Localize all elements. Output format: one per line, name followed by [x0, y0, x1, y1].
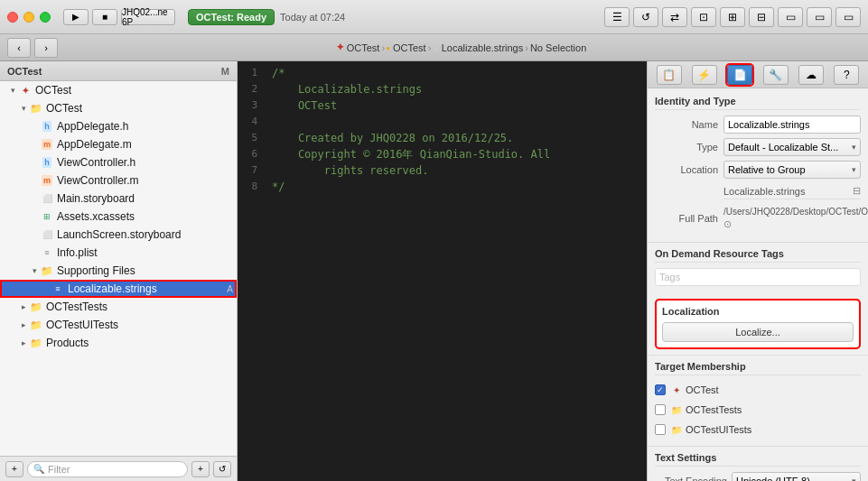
- scheme-selector[interactable]: JHQ02...ne 6P: [121, 9, 175, 25]
- close-button[interactable]: [7, 12, 18, 23]
- sidebar-item-localizable-strings[interactable]: ≡ Localizable.strings A: [0, 280, 237, 298]
- code-content[interactable]: /* Localizable.strings OCTest Created by…: [265, 61, 647, 481]
- panel-toggle-1[interactable]: ▭: [778, 7, 803, 27]
- target-checkbox-octest[interactable]: ✓: [655, 384, 666, 395]
- inspector-tab-2[interactable]: ⚡: [692, 65, 717, 85]
- breadcrumb-item-2[interactable]: ▪ OCTest: [387, 42, 426, 53]
- inspector-tab-help[interactable]: ?: [834, 65, 859, 85]
- localization-title: Localization: [662, 306, 854, 317]
- expand-arrow[interactable]: [29, 265, 40, 276]
- sidebar-item-appdelegate-m[interactable]: m AppDelegate.m: [0, 135, 237, 153]
- m-file-icon: m: [40, 174, 54, 187]
- layout-btn-2[interactable]: ↺: [633, 7, 658, 27]
- editor-content: 1 2 3 4 5 6 7 8 /* Localizable.strings O…: [238, 61, 647, 481]
- editor-mode-2[interactable]: ⊞: [720, 7, 745, 27]
- breadcrumb-sep-1: ›: [381, 42, 385, 53]
- breadcrumb-label-3: Localizable.strings: [442, 42, 524, 53]
- sidebar-item-assets[interactable]: ⊞ Assets.xcassets: [0, 208, 237, 226]
- sidebar-tree[interactable]: ✦ OCTest 📁 OCTest h AppDelegate.h m AppD…: [0, 81, 237, 456]
- type-label: Type: [655, 142, 718, 153]
- filter-options-button[interactable]: +: [191, 461, 210, 477]
- location-select[interactable]: Relative to Group ▾: [723, 161, 861, 179]
- panel-toggle-3[interactable]: ▭: [835, 7, 861, 27]
- sidebar-item-products[interactable]: 📁 Products: [0, 334, 237, 352]
- target-folder-icon-2: 📁: [670, 423, 683, 436]
- code-editor[interactable]: 1 2 3 4 5 6 7 8 /* Localizable.strings O…: [238, 61, 647, 481]
- breadcrumb-label-1: OCTest: [347, 42, 380, 53]
- sidebar-item-launchscreen[interactable]: ⬜ LaunchScreen.storyboard: [0, 226, 237, 244]
- sidebar-item-label: AppDelegate.m: [57, 138, 132, 151]
- search-icon: 🔍: [33, 464, 44, 474]
- breadcrumb-item-3[interactable]: ≡ Localizable.strings: [433, 42, 523, 53]
- code-line: Copyright © 2016年 QianQian-Studio. All: [272, 146, 639, 162]
- full-path-reveal-icon[interactable]: ⊙: [723, 218, 732, 229]
- inspector-tab-5[interactable]: ☁: [798, 65, 824, 85]
- target-item-octestuitests: 📁 OCTestUITests: [655, 421, 861, 439]
- sidebar-item-label: Info.plist: [57, 246, 98, 259]
- line-num: 1: [238, 65, 257, 81]
- expand-arrow: [29, 193, 40, 204]
- sidebar-item-main-storyboard[interactable]: ⬜ Main.storyboard: [0, 190, 237, 208]
- code-line: /*: [272, 65, 639, 81]
- expand-arrow[interactable]: [18, 103, 29, 114]
- recent-files-button[interactable]: ↺: [213, 461, 231, 477]
- full-path-value: /Users/JHQ0228/Desktop/OCTest/OCTest/Loc…: [723, 206, 868, 217]
- breadcrumb-item-4[interactable]: No Selection: [530, 42, 586, 53]
- sidebar-item-octestuitests[interactable]: 📁 OCTestUITests: [0, 316, 237, 334]
- sidebar-item-viewcontroller-h[interactable]: h ViewController.h: [0, 153, 237, 171]
- type-select[interactable]: Default - Localizable St... ▾: [723, 138, 861, 156]
- panel-toggle-2[interactable]: ▭: [807, 7, 832, 27]
- stop-button[interactable]: ■: [92, 9, 117, 25]
- layout-btn-1[interactable]: ☰: [604, 7, 630, 27]
- layout-btn-3[interactable]: ⇄: [662, 7, 687, 27]
- sidebar-item-octest-group[interactable]: 📁 OCTest: [0, 99, 237, 117]
- editor-mode-1[interactable]: ⊡: [691, 7, 716, 27]
- target-membership-section: Target Membership ✓ ✦ OCTest 📁 OCTestTes…: [648, 355, 868, 446]
- location-file-icon: ⊟: [853, 185, 861, 197]
- forward-button[interactable]: ›: [34, 38, 58, 58]
- line-num: 4: [238, 114, 257, 130]
- target-checkbox-octestuitests[interactable]: [655, 424, 666, 435]
- full-path-label: Full Path: [655, 213, 718, 224]
- sidebar-item-label: ViewController.h: [57, 156, 135, 169]
- expand-arrow[interactable]: [18, 301, 29, 312]
- inspector-tab-1[interactable]: 📋: [657, 65, 682, 85]
- location-file-row: Localizable.strings ⊟: [655, 183, 861, 201]
- minimize-button[interactable]: [23, 12, 34, 23]
- maximize-button[interactable]: [40, 12, 51, 23]
- folder-icon: 📁: [29, 301, 43, 313]
- sidebar-item-octesttests[interactable]: 📁 OCTestTests: [0, 298, 237, 316]
- sidebar-item-supporting-files[interactable]: 📁 Supporting Files: [0, 262, 237, 280]
- localize-button[interactable]: Localize...: [662, 322, 854, 342]
- sidebar-item-info-plist[interactable]: ≡ Info.plist: [0, 244, 237, 262]
- back-button[interactable]: ‹: [7, 38, 31, 58]
- add-file-button[interactable]: +: [5, 461, 23, 477]
- inspector-tab-file[interactable]: 📄: [727, 65, 752, 85]
- folder-icon: 📁: [29, 319, 43, 331]
- name-field[interactable]: Localizable.strings: [723, 116, 861, 134]
- h-file-icon: h: [40, 156, 54, 169]
- target-checkbox-octesttests[interactable]: [655, 404, 666, 415]
- target-item-octest: ✓ ✦ OCTest: [655, 381, 861, 399]
- expand-arrow[interactable]: [7, 85, 18, 96]
- tags-field[interactable]: Tags: [655, 268, 861, 286]
- expand-arrow[interactable]: [18, 338, 29, 348]
- status-time: Today at 07:24: [280, 12, 345, 23]
- run-button[interactable]: ▶: [63, 9, 89, 25]
- encoding-select[interactable]: Unicode (UTF-8) ▾: [732, 472, 861, 481]
- editor-mode-3[interactable]: ⊟: [749, 7, 774, 27]
- inspector-toolbar: 📋 ⚡ 📄 🔧 ☁ ?: [648, 61, 868, 88]
- sidebar-item-viewcontroller-m[interactable]: m ViewController.m: [0, 171, 237, 190]
- text-settings-section: Text Settings Text Encoding Unicode (UTF…: [648, 446, 868, 481]
- breadcrumb-item-1[interactable]: ✦ OCTest: [336, 42, 380, 53]
- inspector-tab-4[interactable]: 🔧: [763, 65, 789, 85]
- expand-arrow: [40, 283, 51, 294]
- identity-section-title: Identity and Type: [655, 96, 861, 110]
- code-line: */: [272, 179, 639, 195]
- sidebar-item-appdelegate-h[interactable]: h AppDelegate.h: [0, 117, 237, 135]
- code-line: OCTest: [272, 97, 639, 114]
- code-line: Localizable.strings: [272, 81, 639, 97]
- sidebar-item-octest-root[interactable]: ✦ OCTest: [0, 81, 237, 99]
- expand-arrow[interactable]: [18, 319, 29, 330]
- filter-search-bar[interactable]: 🔍 Filter: [27, 461, 188, 477]
